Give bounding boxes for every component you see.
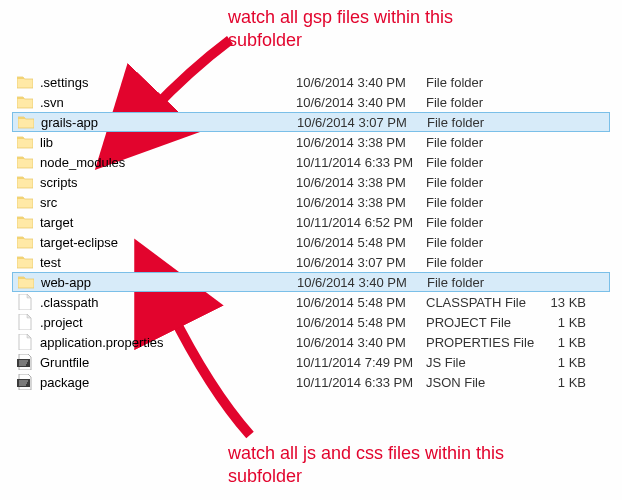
file-name-cell[interactable]: target (16, 213, 296, 231)
file-type-label: File folder (427, 115, 537, 130)
file-name-cell[interactable]: test (16, 253, 296, 271)
js-icon (16, 353, 34, 371)
file-type-label: JSON File (426, 375, 536, 390)
file-name-label: .settings (40, 75, 88, 90)
file-size-label: 1 KB (536, 355, 586, 370)
folder-icon (17, 273, 35, 291)
file-type-label: File folder (426, 195, 536, 210)
file-name-label: grails-app (41, 115, 98, 130)
file-type-label: JS File (426, 355, 536, 370)
file-size-label: 1 KB (536, 335, 586, 350)
file-name-label: web-app (41, 275, 91, 290)
file-size-label: 1 KB (536, 375, 586, 390)
file-name-cell[interactable]: application.properties (16, 333, 296, 351)
file-type-label: File folder (426, 215, 536, 230)
file-type-label: File folder (426, 75, 536, 90)
file-type-label: File folder (426, 155, 536, 170)
file-row[interactable]: .svn10/6/2014 3:40 PMFile folder (12, 92, 610, 112)
file-date-label: 10/6/2014 3:38 PM (296, 135, 426, 150)
file-row[interactable]: .classpath10/6/2014 5:48 PMCLASSPATH Fil… (12, 292, 610, 312)
file-name-cell[interactable]: web-app (17, 273, 297, 291)
file-name-label: test (40, 255, 61, 270)
folder-icon (16, 153, 34, 171)
file-name-cell[interactable]: src (16, 193, 296, 211)
file-name-label: target (40, 215, 73, 230)
file-row[interactable]: grails-app10/6/2014 3:07 PMFile folder (12, 112, 610, 132)
file-row[interactable]: package10/11/2014 6:33 PMJSON File1 KB (12, 372, 610, 392)
annotation-bottom: watch all js and css files within this s… (228, 442, 548, 487)
file-name-cell[interactable]: .settings (16, 73, 296, 91)
file-row[interactable]: Gruntfile10/11/2014 7:49 PMJS File1 KB (12, 352, 610, 372)
file-size-label: 13 KB (536, 295, 586, 310)
file-icon (16, 313, 34, 331)
file-row[interactable]: target10/11/2014 6:52 PMFile folder (12, 212, 610, 232)
folder-icon (16, 93, 34, 111)
folder-icon (16, 173, 34, 191)
file-name-label: Gruntfile (40, 355, 89, 370)
file-date-label: 10/11/2014 6:33 PM (296, 375, 426, 390)
file-date-label: 10/6/2014 3:07 PM (297, 115, 427, 130)
file-row[interactable]: node_modules10/11/2014 6:33 PMFile folde… (12, 152, 610, 172)
file-date-label: 10/6/2014 5:48 PM (296, 295, 426, 310)
file-date-label: 10/6/2014 3:38 PM (296, 175, 426, 190)
file-icon (16, 293, 34, 311)
file-type-label: PROPERTIES File (426, 335, 536, 350)
file-name-cell[interactable]: grails-app (17, 113, 297, 131)
file-type-label: File folder (426, 235, 536, 250)
file-date-label: 10/6/2014 3:40 PM (296, 95, 426, 110)
file-row[interactable]: test10/6/2014 3:07 PMFile folder (12, 252, 610, 272)
file-name-label: scripts (40, 175, 78, 190)
file-date-label: 10/6/2014 3:40 PM (296, 335, 426, 350)
folder-icon (16, 253, 34, 271)
file-row[interactable]: scripts10/6/2014 3:38 PMFile folder (12, 172, 610, 192)
folder-icon (16, 133, 34, 151)
file-row[interactable]: .project10/6/2014 5:48 PMPROJECT File1 K… (12, 312, 610, 332)
file-name-cell[interactable]: lib (16, 133, 296, 151)
file-row[interactable]: application.properties10/6/2014 3:40 PMP… (12, 332, 610, 352)
js-icon (16, 373, 34, 391)
file-name-cell[interactable]: .project (16, 313, 296, 331)
file-name-cell[interactable]: target-eclipse (16, 233, 296, 251)
file-name-cell[interactable]: scripts (16, 173, 296, 191)
file-date-label: 10/6/2014 5:48 PM (296, 315, 426, 330)
file-name-label: application.properties (40, 335, 164, 350)
file-date-label: 10/6/2014 3:07 PM (296, 255, 426, 270)
file-name-label: package (40, 375, 89, 390)
file-date-label: 10/11/2014 6:33 PM (296, 155, 426, 170)
folder-icon (16, 233, 34, 251)
file-date-label: 10/11/2014 6:52 PM (296, 215, 426, 230)
folder-icon (16, 193, 34, 211)
file-row[interactable]: target-eclipse10/6/2014 5:48 PMFile fold… (12, 232, 610, 252)
file-name-cell[interactable]: .svn (16, 93, 296, 111)
folder-icon (16, 73, 34, 91)
file-name-label: .project (40, 315, 83, 330)
file-name-label: src (40, 195, 57, 210)
file-type-label: CLASSPATH File (426, 295, 536, 310)
file-size-label: 1 KB (536, 315, 586, 330)
file-date-label: 10/6/2014 3:38 PM (296, 195, 426, 210)
file-type-label: PROJECT File (426, 315, 536, 330)
file-row[interactable]: lib10/6/2014 3:38 PMFile folder (12, 132, 610, 152)
file-name-cell[interactable]: Gruntfile (16, 353, 296, 371)
file-icon (16, 333, 34, 351)
file-name-cell[interactable]: node_modules (16, 153, 296, 171)
file-name-cell[interactable]: package (16, 373, 296, 391)
file-name-label: target-eclipse (40, 235, 118, 250)
file-date-label: 10/11/2014 7:49 PM (296, 355, 426, 370)
folder-icon (16, 213, 34, 231)
file-name-cell[interactable]: .classpath (16, 293, 296, 311)
folder-icon (17, 113, 35, 131)
file-type-label: File folder (426, 255, 536, 270)
file-row[interactable]: src10/6/2014 3:38 PMFile folder (12, 192, 610, 212)
file-list: .settings10/6/2014 3:40 PMFile folder .s… (12, 72, 610, 392)
file-name-label: .svn (40, 95, 64, 110)
file-name-label: node_modules (40, 155, 125, 170)
file-date-label: 10/6/2014 5:48 PM (296, 235, 426, 250)
file-name-label: .classpath (40, 295, 99, 310)
file-type-label: File folder (426, 135, 536, 150)
file-date-label: 10/6/2014 3:40 PM (297, 275, 427, 290)
file-row[interactable]: web-app10/6/2014 3:40 PMFile folder (12, 272, 610, 292)
file-row[interactable]: .settings10/6/2014 3:40 PMFile folder (12, 72, 610, 92)
file-type-label: File folder (427, 275, 537, 290)
file-type-label: File folder (426, 175, 536, 190)
